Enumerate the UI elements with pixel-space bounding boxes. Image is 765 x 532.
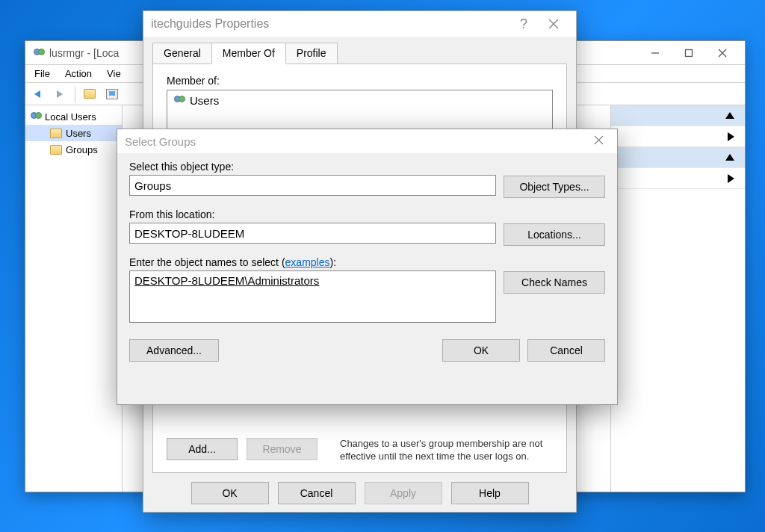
- properties-titlebar: itechguides Properties ?: [143, 11, 576, 37]
- select-groups-button-row: Advanced... OK Cancel: [117, 323, 617, 372]
- member-of-label: Member of:: [167, 75, 553, 87]
- select-groups-title: Select Groups: [125, 135, 196, 148]
- locations-button[interactable]: Locations...: [504, 223, 605, 246]
- folder-icon: [49, 143, 63, 156]
- menu-view[interactable]: Vie: [99, 66, 128, 81]
- object-type-field: [129, 175, 496, 196]
- enter-names-label: Enter the object names to select (exampl…: [129, 256, 496, 268]
- close-button[interactable]: [539, 13, 569, 35]
- membership-note: Changes to a user's group membership are…: [340, 437, 549, 463]
- actions-item-2[interactable]: [611, 168, 745, 189]
- properties-toolbar-button[interactable]: [102, 85, 122, 103]
- tree-root-label: Local Users: [45, 111, 96, 123]
- actions-section-header-1[interactable]: [611, 105, 745, 126]
- examples-link[interactable]: examples: [285, 256, 330, 268]
- select-groups-dialog: Select Groups Select this object type: O…: [117, 129, 618, 405]
- object-type-label: Select this object type:: [129, 161, 496, 173]
- add-button[interactable]: Add...: [167, 438, 238, 460]
- folder-icon: [49, 126, 63, 140]
- location-label: From this location:: [129, 208, 496, 220]
- forward-button[interactable]: [51, 85, 70, 103]
- minimize-button[interactable]: [638, 43, 672, 64]
- tab-general[interactable]: General: [152, 43, 212, 64]
- back-button[interactable]: [28, 85, 48, 103]
- tree-pane: Local Users Users Groups: [25, 105, 123, 492]
- svg-rect-1: [685, 49, 692, 56]
- tree-users-label: Users: [66, 128, 91, 139]
- group-icon: [172, 93, 185, 107]
- ok-button[interactable]: OK: [442, 339, 520, 362]
- help-button[interactable]: ?: [509, 13, 539, 35]
- object-types-button[interactable]: Object Types...: [504, 176, 605, 198]
- properties-title: itechguides Properties: [151, 17, 269, 31]
- tree-root[interactable]: Local Users: [25, 108, 122, 125]
- object-name-entry: DESKTOP-8LUDEEM\Administrators: [134, 274, 319, 287]
- close-icon[interactable]: [588, 132, 610, 151]
- properties-button-row: OK Cancel Apply Help: [143, 473, 576, 513]
- apply-button: Apply: [365, 482, 442, 504]
- help-dialog-button[interactable]: Help: [451, 482, 529, 504]
- list-item[interactable]: Users: [169, 92, 551, 108]
- remove-button: Remove: [247, 438, 318, 460]
- actions-item-1[interactable]: [611, 126, 745, 147]
- tree-groups[interactable]: Groups: [25, 141, 122, 158]
- location-field: [129, 223, 496, 244]
- advanced-button[interactable]: Advanced...: [129, 339, 219, 362]
- list-item-label: Users: [190, 94, 219, 107]
- actions-section-header-2[interactable]: [611, 147, 745, 168]
- tab-member-of[interactable]: Member Of: [211, 43, 286, 64]
- select-groups-titlebar: Select Groups: [117, 129, 617, 153]
- users-group-icon: [28, 110, 42, 123]
- close-button[interactable]: [705, 43, 739, 64]
- maximize-button[interactable]: [672, 43, 705, 64]
- tabstrip: General Member Of Profile: [143, 37, 576, 64]
- cancel-button[interactable]: Cancel: [527, 339, 605, 362]
- cancel-button[interactable]: Cancel: [278, 482, 356, 504]
- tree-users[interactable]: Users: [25, 125, 122, 141]
- actions-panel: [610, 105, 745, 492]
- tab-profile[interactable]: Profile: [285, 43, 338, 64]
- object-names-input[interactable]: DESKTOP-8LUDEEM\Administrators: [129, 270, 496, 323]
- menu-action[interactable]: Action: [58, 66, 99, 81]
- lusrmgr-app-icon: [31, 46, 45, 60]
- menu-file[interactable]: File: [27, 66, 58, 81]
- ok-button[interactable]: OK: [191, 482, 269, 504]
- tree-groups-label: Groups: [66, 144, 98, 155]
- up-button[interactable]: [80, 85, 99, 103]
- check-names-button[interactable]: Check Names: [504, 271, 605, 294]
